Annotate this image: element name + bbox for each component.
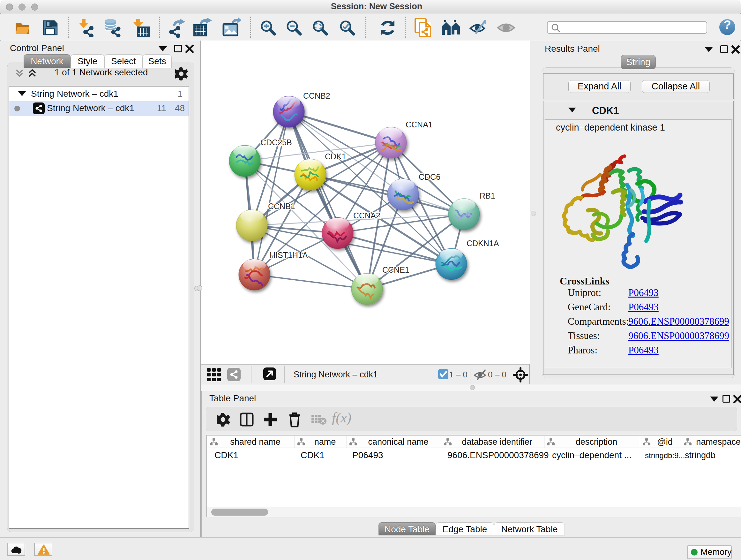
svg-text:CCNA1: CCNA1 [406,120,433,129]
svg-text:CCNA2: CCNA2 [353,211,381,220]
svg-text:CDC25B: CDC25B [260,138,292,147]
svg-text:CDKN1A: CDKN1A [467,239,499,248]
svg-text:RB1: RB1 [480,191,495,200]
svg-text:CCNE1: CCNE1 [382,265,409,274]
svg-text:CCNB1: CCNB1 [268,202,295,211]
svg-text:CDK1: CDK1 [325,152,346,161]
svg-text:HIST1H1A: HIST1H1A [270,251,308,260]
svg-text:CDC6: CDC6 [419,172,441,181]
svg-text:CCNB2: CCNB2 [303,91,330,100]
